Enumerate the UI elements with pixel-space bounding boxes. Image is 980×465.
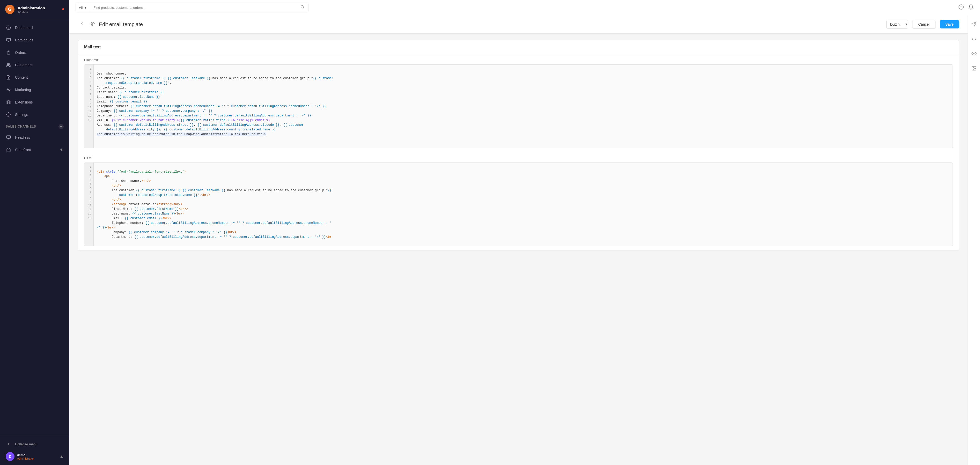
- html-label: HTML: [78, 153, 959, 162]
- notifications-button[interactable]: [968, 4, 974, 11]
- app-logo: G: [5, 5, 14, 14]
- line-numbers: 1 2 3 4 5 6 7 8 9 10 11: [84, 65, 94, 148]
- sidebar-item-label: Catalogues: [15, 38, 33, 42]
- page-content: Edit email template Dutch English German…: [69, 15, 967, 465]
- collapse-menu-button[interactable]: Collapse menu: [6, 439, 64, 449]
- content-icon: [6, 75, 11, 80]
- card-title: Mail text: [78, 40, 959, 54]
- html-editor[interactable]: 1 2 3 4 5 6 7 8 9 10 11: [84, 162, 953, 246]
- svg-point-15: [973, 53, 975, 54]
- svg-point-4: [7, 63, 9, 65]
- dashboard-icon: [6, 25, 11, 30]
- sidebar: G Administration 6.4.20.1 Dashboard Cata…: [0, 0, 69, 465]
- svg-point-17: [973, 67, 974, 68]
- send-test-button[interactable]: [969, 19, 979, 30]
- headless-icon: [6, 135, 11, 140]
- user-section: D demo Administrator ▲: [6, 449, 64, 461]
- customers-icon: [6, 62, 11, 68]
- image-button[interactable]: [969, 64, 979, 74]
- catalogues-icon: [6, 37, 11, 43]
- sales-channels-header: Sales Channels +: [0, 121, 69, 131]
- app-name: Administration: [18, 6, 45, 10]
- right-sidebar: [967, 15, 980, 465]
- svg-rect-3: [8, 51, 9, 51]
- sidebar-item-label: Customers: [15, 63, 33, 67]
- search-submit-button[interactable]: [297, 3, 308, 12]
- search-container: All ▼: [76, 3, 309, 13]
- svg-point-1: [8, 27, 9, 29]
- mail-text-card: Mail text Plain text 1 2 3 4 5 6: [78, 40, 959, 251]
- sidebar-item-orders[interactable]: Orders: [0, 46, 69, 59]
- plain-text-editor[interactable]: 1 2 3 4 5 6 7 8 9 10 11: [84, 64, 953, 148]
- sidebar-item-content[interactable]: Content: [0, 71, 69, 84]
- plain-text-label: Plain text: [78, 54, 959, 64]
- user-menu-chevron[interactable]: ▲: [59, 454, 64, 459]
- page-title: Edit email template: [99, 21, 882, 27]
- code-view-button[interactable]: [969, 34, 979, 45]
- sidebar-item-storefront[interactable]: Storefront 👁: [0, 143, 69, 156]
- back-button[interactable]: [78, 21, 86, 29]
- sidebar-item-label: Headless: [15, 135, 30, 140]
- svg-point-12: [92, 23, 93, 24]
- sidebar-item-label: Orders: [15, 51, 26, 54]
- svg-rect-2: [7, 38, 11, 41]
- svg-point-10: [959, 5, 963, 9]
- sidebar-item-label: Marketing: [15, 88, 31, 92]
- svg-rect-8: [7, 135, 11, 139]
- main-nav: Dashboard Catalogues Orders Customers Co…: [0, 19, 69, 435]
- help-button[interactable]: [958, 4, 964, 11]
- plain-text-content[interactable]: Dear shop owner, The customer {{ custome…: [94, 65, 953, 148]
- template-header: Edit email template Dutch English German…: [69, 15, 967, 33]
- save-button[interactable]: Save: [940, 20, 959, 29]
- html-line-numbers: 1 2 3 4 5 6 7 8 9 10 11: [84, 163, 94, 246]
- extensions-icon: [6, 99, 11, 105]
- svg-point-9: [301, 5, 304, 8]
- storefront-icon: [6, 147, 11, 153]
- storefront-visibility-icon: 👁: [60, 148, 64, 152]
- sidebar-header: G Administration 6.4.20.1: [0, 0, 69, 19]
- user-avatar: D: [6, 452, 14, 461]
- preview-button[interactable]: [969, 49, 979, 59]
- language-select[interactable]: Dutch English German: [886, 20, 908, 29]
- sidebar-footer: Collapse menu D demo Administrator ▲: [0, 435, 69, 465]
- marketing-icon: [6, 87, 11, 92]
- main-content: All ▼: [69, 0, 980, 465]
- html-content[interactable]: <div style="font-family:arial; font-size…: [94, 163, 953, 246]
- search-filter-button[interactable]: All ▼: [76, 4, 90, 12]
- sidebar-item-marketing[interactable]: Marketing: [0, 84, 69, 96]
- sidebar-item-catalogues[interactable]: Catalogues: [0, 34, 69, 46]
- language-selector[interactable]: Dutch English German ▼: [886, 20, 908, 29]
- user-name: demo: [17, 453, 34, 457]
- search-input[interactable]: [90, 4, 297, 12]
- sidebar-item-dashboard[interactable]: Dashboard: [0, 21, 69, 34]
- status-dot: [62, 8, 64, 10]
- topbar-actions: [958, 4, 974, 11]
- sidebar-item-label: Content: [15, 75, 28, 80]
- svg-point-0: [7, 26, 11, 30]
- sidebar-item-extensions[interactable]: Extensions: [0, 96, 69, 108]
- sidebar-item-label: Settings: [15, 113, 28, 117]
- cancel-button[interactable]: Cancel: [912, 20, 935, 29]
- user-role: Administrator: [17, 457, 34, 460]
- template-settings-button[interactable]: [91, 22, 95, 27]
- svg-point-7: [8, 114, 9, 115]
- add-sales-channel-button[interactable]: +: [59, 124, 64, 129]
- sidebar-item-settings[interactable]: Settings: [0, 108, 69, 121]
- topbar: All ▼: [69, 0, 980, 15]
- sidebar-item-label: Storefront: [15, 148, 31, 152]
- app-version: 6.4.20.1: [18, 10, 45, 13]
- collapse-icon: [6, 441, 11, 447]
- search-filter-chevron-icon: ▼: [84, 6, 87, 10]
- sidebar-item-label: Dashboard: [15, 25, 33, 30]
- sidebar-item-label: Extensions: [15, 100, 33, 104]
- sidebar-item-customers[interactable]: Customers: [0, 59, 69, 71]
- orders-icon: [6, 50, 11, 56]
- editor-container: Mail text Plain text 1 2 3 4 5 6: [69, 33, 967, 257]
- sidebar-item-headless[interactable]: Headless: [0, 131, 69, 143]
- settings-icon: [6, 112, 11, 118]
